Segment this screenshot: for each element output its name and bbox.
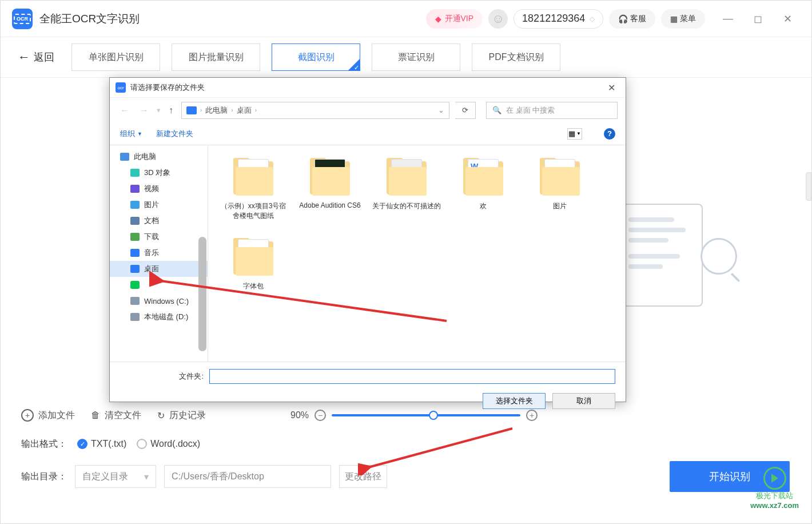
tree-drive-d[interactable]: 本地磁盘 (D:) bbox=[110, 309, 208, 325]
breadcrumb-desktop[interactable]: 桌面 bbox=[237, 105, 252, 116]
tree-drive-c[interactable]: Windows (C:) bbox=[110, 293, 208, 309]
watermark-line2: www.xz7.com bbox=[750, 501, 799, 510]
app-title: 全能王OCR文字识别 bbox=[39, 11, 140, 26]
diamond-icon: ◆ bbox=[435, 14, 441, 23]
folder-item[interactable]: 关于仙女的不可描述的 bbox=[368, 154, 445, 223]
tree-3d-objects[interactable]: 3D 对象 bbox=[110, 165, 208, 181]
tree-pictures[interactable]: 图片 bbox=[110, 197, 208, 213]
vip-button[interactable]: ◆ 开通VIP bbox=[426, 9, 483, 29]
watermark-line1: 极光下载站 bbox=[750, 491, 799, 501]
nav-up-icon[interactable]: ↑ bbox=[166, 105, 176, 116]
trash-icon: 🗑 bbox=[91, 410, 100, 420]
folder-item[interactable]: 欢 bbox=[445, 154, 522, 223]
tab-single-image[interactable]: 单张图片识别 bbox=[71, 43, 160, 71]
tab-row: ← 返回 单张图片识别 图片批量识别 截图识别 票证识别 PDF文档识别 bbox=[1, 37, 811, 77]
view-options-button[interactable]: ▦▼ bbox=[567, 128, 582, 140]
add-file-button[interactable]: + 添加文件 bbox=[21, 409, 75, 422]
document-illustration bbox=[617, 204, 743, 307]
back-label: 返回 bbox=[34, 50, 54, 64]
tree-videos[interactable]: 视频 bbox=[110, 181, 208, 197]
title-bar: OCR 全能王OCR文字识别 ◆ 开通VIP ☺ 18212129364 ◇ 🎧… bbox=[1, 1, 811, 37]
close-button[interactable]: ✕ bbox=[775, 10, 800, 28]
dialog-title: 请选择要保存的文件夹 bbox=[130, 82, 205, 93]
minimize-button[interactable]: — bbox=[715, 10, 741, 28]
dialog-close-button[interactable]: ✕ bbox=[603, 80, 620, 96]
dialog-toolbar: 组织 ▼ 新建文件夹 ▦▼ ? bbox=[110, 122, 626, 145]
output-format-row: 输出格式： ✓ TXT(.txt) Word(.docx) bbox=[1, 432, 811, 455]
format-word-radio[interactable]: Word(.docx) bbox=[137, 439, 200, 449]
search-icon: 🔍 bbox=[492, 106, 501, 114]
menu-button[interactable]: ▦ 菜单 bbox=[661, 9, 705, 29]
radio-checked-icon: ✓ bbox=[77, 439, 87, 449]
search-placeholder: 在 桌面 中搜索 bbox=[506, 105, 555, 116]
tab-screenshot[interactable]: 截图识别 bbox=[272, 43, 360, 71]
tree-iqiyi[interactable] bbox=[110, 277, 208, 293]
folder-name-label: 文件夹: bbox=[120, 371, 204, 382]
maximize-button[interactable]: ◻ bbox=[745, 10, 770, 28]
side-collapse-handle[interactable] bbox=[806, 172, 811, 201]
nav-back-icon[interactable]: ← bbox=[118, 105, 132, 116]
grid-icon: ▦ bbox=[670, 14, 678, 23]
output-path-field[interactable]: C:/Users/香香/Desktop bbox=[164, 465, 331, 488]
magnifier-icon bbox=[700, 238, 737, 275]
dialog-title-bar: ocr 请选择要保存的文件夹 ✕ bbox=[110, 78, 626, 97]
output-dir-row: 输出目录： 自定义目录▾ C:/Users/香香/Desktop 更改路径 开始… bbox=[1, 463, 811, 490]
tree-documents[interactable]: 文档 bbox=[110, 213, 208, 229]
folder-item[interactable]: 字体包 bbox=[215, 235, 292, 293]
chevron-down-icon: ◇ bbox=[590, 15, 595, 23]
tree-scrollbar[interactable] bbox=[198, 237, 206, 351]
format-label: 输出格式： bbox=[21, 438, 67, 450]
output-mode-select[interactable]: 自定义目录▾ bbox=[75, 465, 156, 488]
folder-item[interactable]: （示例）xx项目3号宿舍楼电气图纸 bbox=[215, 154, 292, 223]
customer-service-button[interactable]: 🎧 客服 bbox=[609, 9, 655, 29]
tree-this-pc[interactable]: 此电脑 bbox=[110, 149, 208, 165]
menu-label: 菜单 bbox=[680, 14, 696, 24]
select-folder-button[interactable]: 选择文件夹 bbox=[483, 393, 546, 409]
pc-icon bbox=[186, 106, 197, 114]
format-txt-radio[interactable]: ✓ TXT(.txt) bbox=[77, 439, 126, 449]
folder-item[interactable]: Au Adobe Audition CS6 bbox=[292, 154, 368, 223]
account-phone-dropdown[interactable]: 18212129364 ◇ bbox=[514, 9, 603, 29]
folder-tree: 此电脑 3D 对象 视频 图片 文档 下载 音乐 桌面 Windows (C:)… bbox=[110, 145, 208, 362]
tree-music[interactable]: 音乐 bbox=[110, 245, 208, 261]
phone-number: 18212129364 bbox=[522, 13, 585, 25]
help-button[interactable]: ? bbox=[604, 128, 615, 140]
cancel-button[interactable]: 取消 bbox=[552, 393, 615, 409]
folder-item[interactable]: 图片 bbox=[522, 154, 598, 223]
app-logo: OCR bbox=[12, 9, 33, 29]
organize-menu[interactable]: 组织 ▼ bbox=[120, 129, 142, 139]
dialog-search-input[interactable]: 🔍 在 桌面 中搜索 bbox=[486, 102, 618, 119]
refresh-button[interactable]: ⟳ bbox=[455, 102, 476, 119]
dialog-app-icon: ocr bbox=[116, 82, 126, 93]
watermark: 极光下载站 www.xz7.com bbox=[750, 467, 799, 510]
service-label: 客服 bbox=[630, 14, 646, 24]
new-folder-button[interactable]: 新建文件夹 bbox=[156, 129, 193, 139]
tab-pdf[interactable]: PDF文档识别 bbox=[472, 43, 560, 71]
address-bar[interactable]: › 此电脑 › 桌面 › ⌄ bbox=[181, 102, 449, 119]
headset-icon: 🎧 bbox=[618, 14, 628, 23]
radio-unchecked-icon bbox=[137, 439, 147, 449]
caret-down-icon: ▾ bbox=[144, 471, 149, 482]
change-path-button[interactable]: 更改路径 bbox=[339, 465, 387, 488]
output-label: 输出目录： bbox=[21, 471, 67, 483]
tab-batch-image[interactable]: 图片批量识别 bbox=[172, 43, 260, 71]
tree-desktop[interactable]: 桌面 bbox=[110, 261, 208, 277]
dialog-nav-bar: ← → ▾ ↑ › 此电脑 › 桌面 › ⌄ ⟳ 🔍 在 桌面 中搜索 bbox=[110, 97, 626, 122]
folder-browse-dialog: ocr 请选择要保存的文件夹 ✕ ← → ▾ ↑ › 此电脑 › 桌面 › ⌄ … bbox=[109, 77, 626, 402]
file-grid: （示例）xx项目3号宿舍楼电气图纸 Au Adobe Audition CS6 … bbox=[208, 145, 626, 362]
arrow-left-icon: ← bbox=[18, 50, 30, 65]
vip-label: 开通VIP bbox=[445, 14, 474, 24]
plus-icon: + bbox=[21, 409, 34, 422]
tree-downloads[interactable]: 下载 bbox=[110, 229, 208, 245]
user-avatar[interactable]: ☺ bbox=[488, 9, 508, 29]
folder-name-input[interactable] bbox=[209, 369, 615, 384]
breadcrumb-pc[interactable]: 此电脑 bbox=[205, 105, 228, 116]
back-button[interactable]: ← 返回 bbox=[18, 50, 54, 65]
addr-dropdown-icon[interactable]: ⌄ bbox=[438, 106, 444, 114]
tab-receipt[interactable]: 票证识别 bbox=[372, 43, 460, 71]
nav-forward-icon[interactable]: → bbox=[137, 105, 151, 116]
dialog-footer: 文件夹: 选择文件夹 取消 bbox=[110, 362, 626, 416]
